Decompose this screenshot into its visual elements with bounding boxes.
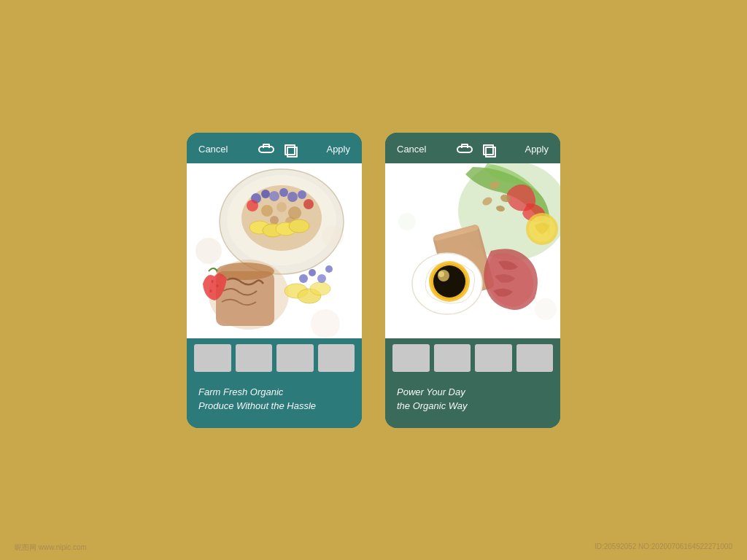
thumbnail-row-2 — [385, 338, 560, 378]
food-image-2 — [385, 163, 560, 338]
cancel-button-2[interactable]: Cancel — [397, 144, 426, 155]
watermark-id: ID:20592052 NO:20200706164522271000 — [595, 542, 732, 553]
svg-point-29 — [310, 282, 330, 295]
svg-point-30 — [299, 274, 308, 283]
card-2-header: Cancel Apply — [385, 133, 560, 163]
svg-point-36 — [311, 309, 340, 338]
svg-point-55 — [535, 298, 557, 320]
thumb-2-2[interactable] — [434, 344, 471, 372]
svg-point-24 — [212, 280, 214, 283]
apply-button-2[interactable]: Apply — [525, 144, 549, 155]
thumbnail-row-1 — [187, 338, 362, 378]
svg-point-53 — [438, 271, 444, 277]
caption-2-line1: Power Your Day — [397, 386, 465, 397]
header-icons-2 — [457, 143, 495, 156]
thumb-2-3[interactable] — [475, 344, 512, 372]
phone-card-1: Cancel Apply — [187, 133, 362, 428]
cancel-button-1[interactable]: Cancel — [198, 144, 228, 155]
phone-card-2: Cancel Apply — [385, 133, 560, 428]
thumb-2-1[interactable] — [392, 344, 430, 372]
caption-1-line1: Farm Fresh Organic — [198, 386, 283, 397]
thumb-1-1[interactable] — [194, 344, 231, 372]
card-1-header: Cancel Apply — [187, 133, 362, 163]
food-image-1 — [187, 163, 362, 338]
svg-point-26 — [210, 289, 212, 292]
svg-point-34 — [196, 238, 222, 264]
page-background: Cancel Apply — [0, 0, 747, 560]
svg-point-19 — [247, 200, 258, 211]
thumb-1-2[interactable] — [236, 344, 273, 372]
svg-point-25 — [217, 284, 219, 287]
thumb-2-4[interactable] — [516, 344, 554, 372]
pill-icon-1 — [258, 146, 274, 153]
caption-1-line2: Produce Without the Hassle — [198, 400, 316, 411]
svg-point-35 — [322, 225, 344, 247]
svg-point-31 — [309, 269, 316, 276]
watermark-site: 昵图网 www.nipic.com — [15, 542, 87, 553]
svg-point-16 — [279, 188, 288, 197]
svg-point-5 — [276, 202, 287, 212]
thumb-1-4[interactable] — [318, 344, 355, 372]
svg-point-51 — [433, 265, 465, 298]
pill-icon-2 — [457, 146, 473, 153]
svg-point-17 — [287, 192, 298, 202]
svg-point-15 — [269, 191, 279, 201]
apply-button-1[interactable]: Apply — [326, 144, 350, 155]
svg-point-33 — [325, 265, 333, 273]
svg-point-7 — [270, 216, 279, 225]
header-icons-1 — [258, 143, 296, 156]
watermark: 昵图网 www.nipic.com ID:20592052 NO:2020070… — [0, 542, 747, 553]
card-1-caption: Farm Fresh Organic Produce Without the H… — [187, 378, 362, 428]
svg-point-4 — [261, 205, 273, 217]
layers-icon-1 — [283, 143, 296, 156]
caption-2-line2: the Organic Way — [397, 400, 468, 411]
svg-point-54 — [398, 213, 416, 230]
card-2-caption: Power Your Day the Organic Way — [385, 378, 560, 428]
thumb-1-3[interactable] — [276, 344, 314, 372]
svg-point-12 — [289, 219, 309, 233]
svg-point-20 — [303, 199, 314, 209]
svg-point-18 — [298, 190, 306, 199]
svg-point-14 — [261, 190, 270, 198]
cards-wrapper: Cancel Apply — [187, 133, 560, 428]
layers-icon-2 — [481, 143, 495, 156]
svg-point-32 — [317, 274, 326, 283]
